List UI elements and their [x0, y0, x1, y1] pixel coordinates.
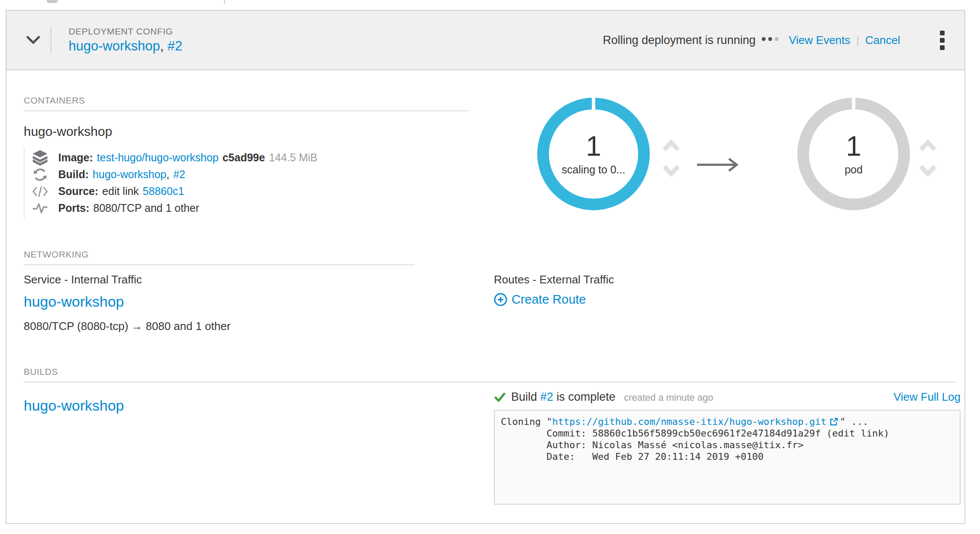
service-ports-mapping: 8080/TCP (8080-tcp) → 8080 and 1 other — [24, 320, 494, 333]
build-created-timestamp: created a minute ago — [624, 392, 713, 403]
log-line-date: Date: Wed Feb 27 20:11:14 2019 +0100 — [501, 451, 954, 462]
image-link[interactable]: test-hugo/hugo-workshop — [97, 151, 219, 164]
build-status-text: Build #2 is complete — [511, 390, 616, 404]
build-separator: , — [166, 168, 170, 181]
networking-section-label: NETWORKING — [24, 249, 956, 260]
image-sha: c5ad99e — [223, 151, 265, 164]
routes-heading: Routes - External Traffic — [494, 273, 956, 286]
code-icon — [32, 186, 48, 197]
view-full-log-link[interactable]: View Full Log — [893, 390, 961, 404]
containers-divider — [24, 110, 469, 111]
collapse-toggle-button[interactable] — [25, 31, 42, 49]
build-config-column: hugo-workshop — [24, 390, 494, 505]
clipped-top-artifact — [47, 0, 58, 3]
circled-plus-icon — [494, 293, 507, 306]
chevron-down-icon — [662, 164, 681, 177]
ports-label: Ports: — [58, 202, 89, 214]
service-column: Service - Internal Traffic hugo-workshop… — [24, 273, 494, 333]
rollout-arrow-icon — [696, 156, 741, 173]
deployment-donut-scaling: 1 scaling to 0... — [537, 97, 650, 210]
networking-divider — [24, 264, 415, 265]
deployment-version-link[interactable]: #2 — [167, 38, 182, 53]
build-link[interactable]: hugo-workshop — [93, 168, 166, 181]
chevron-up-icon — [918, 139, 937, 152]
chevron-down-icon — [918, 164, 937, 177]
create-route-link[interactable]: Create Route — [494, 292, 586, 307]
header-link-separator: | — [856, 34, 859, 47]
build-status-row: Build #2 is complete created a minute ag… — [494, 390, 961, 404]
service-link[interactable]: hugo-workshop — [24, 293, 124, 310]
clipped-top-divider — [224, 0, 225, 4]
builds-section-label: BUILDS — [24, 367, 956, 377]
build-version-link[interactable]: #2 — [173, 168, 185, 181]
image-size: 144.5 MiB — [269, 151, 317, 164]
ports-text: 8080/TCP and 1 other — [93, 202, 199, 214]
create-route-label: Create Route — [512, 292, 586, 307]
log-line-commit: Commit: 58860c1b56f5899cb50ec6961f2e4718… — [501, 427, 954, 439]
kebab-menu-button[interactable] — [940, 29, 945, 51]
source-commit-link[interactable]: 58860c1 — [143, 185, 184, 198]
scaling-pod-label: scaling to 0... — [562, 163, 625, 176]
build-label: Build: — [58, 168, 89, 181]
deployment-config-card: DEPLOYMENT CONFIG hugo-workshop, #2 Roll… — [6, 10, 965, 524]
scale-down-button[interactable] — [918, 164, 937, 179]
service-heading: Service - Internal Traffic — [24, 273, 494, 286]
active-pod-count: 1 — [846, 132, 861, 160]
card-header: DEPLOYMENT CONFIG hugo-workshop, #2 Roll… — [6, 11, 964, 70]
routes-column: Routes - External Traffic Create Route — [494, 273, 956, 333]
scale-up-button[interactable] — [918, 139, 937, 153]
deployment-donut-active: 1 pod — [797, 97, 910, 210]
build-log-box: Cloning "https://github.com/nmasse-itix/… — [494, 410, 961, 505]
build-number-link[interactable]: #2 — [540, 390, 553, 403]
view-events-link[interactable]: View Events — [789, 34, 851, 47]
header-titles: DEPLOYMENT CONFIG hugo-workshop, #2 — [69, 26, 182, 54]
git-repo-link[interactable]: https://github.com/nmasse-itix/hugo-work… — [552, 416, 826, 427]
page-title: hugo-workshop, #2 — [69, 38, 182, 54]
networking-section: NETWORKING Service - Internal Traffic hu… — [24, 249, 956, 333]
header-vertical-divider — [50, 26, 51, 54]
layers-icon — [32, 150, 48, 166]
success-check-icon — [494, 391, 506, 403]
deployment-config-name-link[interactable]: hugo-workshop — [69, 38, 160, 53]
deployment-status-text: Rolling deployment is running — [603, 34, 755, 47]
scale-down-button[interactable] — [662, 164, 681, 179]
chevron-down-icon — [26, 35, 41, 45]
scaling-stepper-left — [662, 139, 681, 179]
scale-up-button[interactable] — [662, 139, 681, 153]
resource-kind-label: DEPLOYMENT CONFIG — [69, 26, 182, 37]
builds-divider — [24, 382, 956, 383]
external-link-icon — [830, 417, 838, 428]
source-edit-text: edit link — [102, 185, 139, 198]
build-status-column: Build #2 is complete created a minute ag… — [494, 390, 961, 505]
source-label: Source: — [58, 185, 98, 198]
running-ellipsis-icon — [759, 37, 779, 41]
active-pod-label: pod — [845, 163, 863, 176]
builds-section: BUILDS hugo-workshop Build #2 is complet… — [24, 367, 956, 505]
title-separator: , — [160, 38, 167, 53]
scaling-pod-count: 1 — [586, 132, 601, 160]
refresh-icon — [32, 168, 48, 181]
log-line-author: Author: Nicolas Massé <nicolas.masse@iti… — [501, 439, 954, 451]
scaling-stepper-right — [918, 139, 937, 179]
pulse-icon — [32, 202, 48, 214]
scaling-area: 1 scaling to 0... — [537, 97, 937, 210]
chevron-up-icon — [662, 139, 681, 152]
cancel-link[interactable]: Cancel — [865, 34, 900, 47]
image-label: Image: — [58, 151, 93, 164]
build-config-link[interactable]: hugo-workshop — [24, 397, 124, 414]
log-line-cloning: Cloning "https://github.com/nmasse-itix/… — [501, 416, 954, 427]
